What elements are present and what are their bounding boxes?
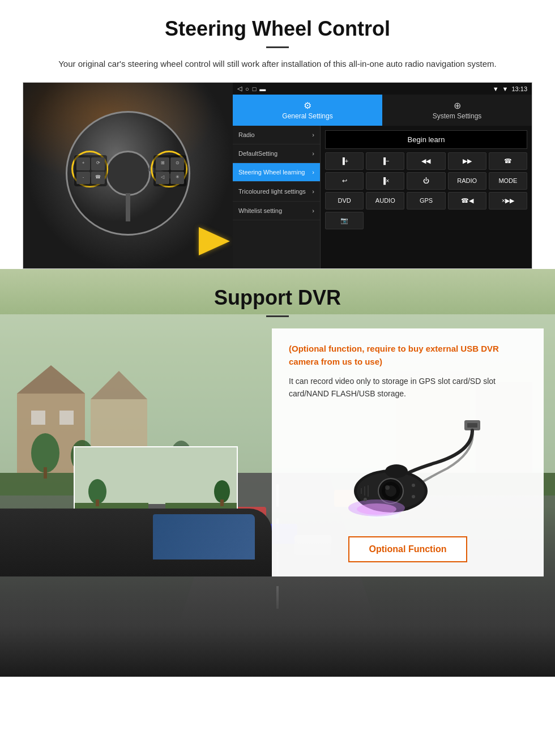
dvr-optional-text: (Optional function, require to buy exter… (289, 343, 527, 368)
system-icon: ⊕ (385, 100, 529, 111)
settings-tabs: ⚙ General Settings ⊕ System Settings (233, 95, 532, 126)
chevron-right-icon: › (312, 169, 314, 176)
clock: 13:13 (511, 86, 527, 92)
wheel-hub (105, 151, 151, 196)
optional-function-container: Optional Function (289, 536, 527, 562)
optional-function-button[interactable]: Optional Function (348, 536, 468, 562)
chevron-right-icon: › (312, 131, 314, 138)
svg-point-53 (385, 464, 408, 478)
android-panel: ◁ ○ □ ▬ ▼ ▼ 13:13 ⚙ General Settings ⊕ S… (233, 83, 532, 268)
nav-menu: ▬ (259, 86, 266, 92)
vol-up-button[interactable]: ▐+ (325, 152, 364, 170)
audio-button[interactable]: AUDIO (366, 192, 404, 210)
menu-list: Radio › DefaultSetting › Steering Wheel … (233, 126, 321, 268)
menu-item-default-setting[interactable]: DefaultSetting › (233, 144, 320, 163)
gps-button[interactable]: GPS (407, 192, 445, 210)
menu-item-whitelist[interactable]: Whitelist setting › (233, 202, 320, 220)
dvr-section: Support DVR (0, 269, 555, 677)
dvr-content: Support DVR (0, 269, 555, 317)
svg-point-58 (357, 503, 396, 515)
dvr-title: Support DVR (0, 286, 555, 310)
status-bar: ◁ ○ □ ▬ ▼ ▼ 13:13 (233, 83, 532, 95)
dvr-left-panel (0, 328, 272, 576)
svg-rect-46 (467, 423, 477, 428)
begin-learn-area: Begin learn (325, 130, 527, 149)
radio-button[interactable]: RADIO (448, 172, 486, 190)
vol-down-button[interactable]: ▐− (366, 152, 404, 170)
dvr-bottom-area: (Optional function, require to buy exter… (0, 328, 555, 576)
chevron-right-icon: › (312, 187, 314, 195)
svg-point-60 (412, 495, 415, 498)
steering-section: Steering Wheel Control Your original car… (0, 0, 555, 269)
steering-demo: + ⟳ - ☎ ⊞ ⊙ ◁ ✳ (23, 82, 532, 269)
dvr-button[interactable]: 📷 (325, 212, 364, 229)
next-track-button[interactable]: ×▶▶ (489, 192, 527, 210)
dvr-divider (266, 315, 289, 317)
menu-item-tricoloured[interactable]: Tricoloured light settings › (233, 182, 320, 202)
controls-grid: ▐+ ▐− ◀◀ ▶▶ ☎ ↩ ▐× ⏻ RADIO MODE DVD AUDI… (325, 152, 527, 229)
wheel-background: + ⟳ - ☎ ⊞ ⊙ ◁ ✳ (23, 83, 233, 269)
dvr-info-panel: (Optional function, require to buy exter… (272, 328, 544, 576)
tab-system-settings[interactable]: ⊕ System Settings (382, 95, 532, 126)
wifi-icon: ▼ (502, 86, 509, 92)
menu-item-radio[interactable]: Radio › (233, 126, 320, 144)
prev-track-button[interactable]: ☎◀ (448, 192, 486, 210)
nav-back: ◁ (237, 85, 242, 92)
phone-button[interactable]: ☎ (489, 152, 527, 170)
signal-icon: ▼ (493, 86, 499, 92)
steering-subtitle: Your original car's steering wheel contr… (34, 57, 521, 71)
spoke-bottom (126, 193, 130, 221)
controls-area: Begin learn ▐+ ▐− ◀◀ ▶▶ ☎ ↩ ▐× ⏻ RADIO M… (321, 126, 532, 268)
svg-point-52 (385, 485, 390, 490)
svg-point-61 (364, 498, 367, 501)
hangup-button[interactable]: ↩ (325, 172, 364, 190)
dvr-description: It can record video only to storage in G… (289, 375, 527, 400)
dvr-camera-image (289, 412, 527, 525)
next-button[interactable]: ▶▶ (448, 152, 486, 170)
steering-photo: + ⟳ - ☎ ⊞ ⊙ ◁ ✳ (23, 83, 233, 269)
gear-icon: ⚙ (236, 100, 379, 111)
svg-point-59 (412, 484, 415, 487)
mute-button[interactable]: ▐× (366, 172, 404, 190)
begin-learn-button[interactable]: Begin learn (325, 130, 527, 149)
arrow-indicator (199, 227, 230, 255)
camera-svg (323, 417, 493, 519)
menu-item-steering-wheel[interactable]: Steering Wheel learning › (233, 163, 320, 182)
dvd-button[interactable]: DVD (325, 192, 364, 210)
prev-button[interactable]: ◀◀ (407, 152, 445, 170)
dashboard-area (0, 509, 272, 576)
nav-home: ○ (245, 86, 249, 92)
nav-recents: □ (253, 86, 257, 92)
svg-rect-42 (220, 499, 224, 506)
title-divider (266, 46, 289, 48)
content-area: Radio › DefaultSetting › Steering Wheel … (233, 126, 532, 268)
steering-title: Steering Wheel Control (23, 17, 532, 41)
tab-general-settings[interactable]: ⚙ General Settings (233, 95, 382, 126)
chevron-right-icon: › (312, 207, 314, 214)
mode-button[interactable]: MODE (489, 172, 527, 190)
chevron-right-icon: › (312, 150, 314, 157)
power-button[interactable]: ⏻ (407, 172, 445, 190)
svg-rect-40 (96, 499, 99, 506)
